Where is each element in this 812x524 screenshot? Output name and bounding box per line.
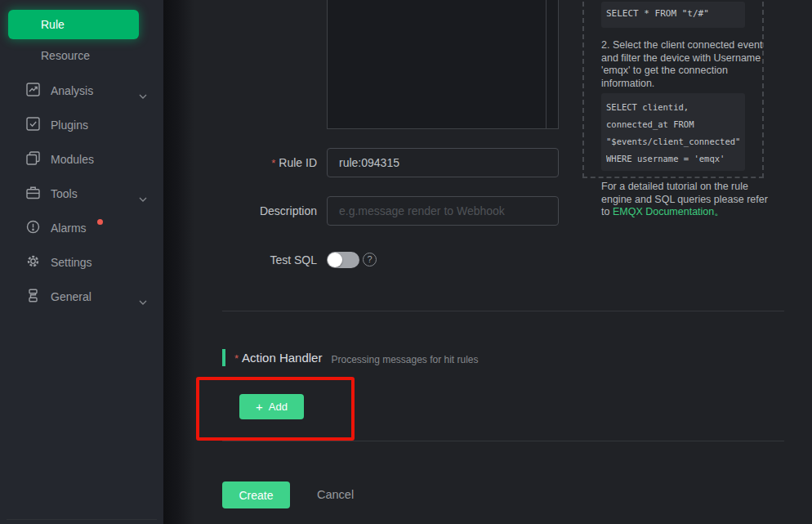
required-mark: * xyxy=(234,352,239,365)
alert-dot xyxy=(97,219,103,225)
sidebar-item-label: Plugins xyxy=(51,119,88,132)
analysis-icon xyxy=(26,83,40,99)
sql-example-1: SELECT * FROM "t/#" xyxy=(601,2,745,28)
code-line: WHERE username = 'emqx' xyxy=(606,150,742,168)
description-input[interactable] xyxy=(327,196,559,226)
sql-editor-scrollbar[interactable] xyxy=(546,0,547,128)
sidebar-item-resource[interactable]: Resource xyxy=(0,39,163,72)
sql-example-2: SELECT clientid, connected_at FROM "$eve… xyxy=(601,93,745,171)
sidebar-bottom-divider xyxy=(7,519,157,520)
sidebar-item-modules[interactable]: Modules xyxy=(0,142,163,176)
action-handler-header: *Action Handler Processing messages for … xyxy=(222,349,479,366)
section-divider xyxy=(222,441,784,441)
gear-icon xyxy=(26,254,40,271)
sidebar: Rule Resource Analysis Plugins xyxy=(0,0,163,524)
sidebar-item-label: Modules xyxy=(51,153,94,166)
help-icon[interactable]: ? xyxy=(363,253,377,266)
rule-id-label: *Rule ID xyxy=(196,156,317,170)
section-divider xyxy=(222,311,784,311)
add-action-button[interactable]: + Add xyxy=(239,394,304,419)
sidebar-item-alarms[interactable]: Alarms xyxy=(0,211,163,244)
sidebar-item-label: Analysis xyxy=(51,84,93,97)
help-step-2-text: 2. Select the client connected event and… xyxy=(601,39,766,90)
code-line: connected_at FROM xyxy=(606,116,742,133)
create-button[interactable]: Create xyxy=(222,481,290,508)
sidebar-shadow xyxy=(163,0,194,524)
tutorial-suffix: 。 xyxy=(714,206,725,217)
sql-editor[interactable] xyxy=(327,0,559,129)
sidebar-item-settings[interactable]: Settings xyxy=(0,245,163,279)
cancel-button[interactable]: Cancel xyxy=(317,488,354,501)
chevron-down-icon xyxy=(139,191,147,204)
required-mark: * xyxy=(271,157,275,169)
toggle-knob xyxy=(328,253,342,267)
test-sql-toggle[interactable] xyxy=(327,252,359,268)
modules-icon xyxy=(26,151,40,168)
test-sql-label: Test SQL xyxy=(196,253,317,267)
sidebar-item-plugins[interactable]: Plugins xyxy=(0,108,163,141)
tutorial-note: For a detailed tutorial on the rule engi… xyxy=(601,181,768,219)
add-button-label: Add xyxy=(269,401,288,413)
documentation-link[interactable]: EMQX Documentation xyxy=(613,206,714,217)
plugins-icon xyxy=(26,117,40,133)
sidebar-item-tools[interactable]: Tools xyxy=(0,177,163,210)
action-handler-hint: Processing messages for hit rules xyxy=(331,354,478,365)
chevron-down-icon xyxy=(139,294,147,307)
chevron-down-icon xyxy=(139,88,147,101)
section-accent-bar xyxy=(222,349,225,366)
sidebar-item-label: Tools xyxy=(51,187,78,200)
sidebar-item-label: General xyxy=(51,290,91,303)
code-line: SELECT clientid, xyxy=(606,99,742,116)
tools-icon xyxy=(26,186,40,202)
plus-icon: + xyxy=(256,400,263,414)
action-handler-title: *Action Handler xyxy=(234,351,322,365)
sidebar-item-rule[interactable]: Rule xyxy=(8,10,139,39)
emqx-dashboard: Rule Resource Analysis Plugins xyxy=(0,0,812,524)
sidebar-item-label: Alarms xyxy=(51,222,87,235)
rule-id-input[interactable] xyxy=(327,148,559,177)
code-line: "$events/client_connected" xyxy=(606,133,742,150)
sidebar-item-analysis[interactable]: Analysis xyxy=(0,74,163,107)
alarm-icon xyxy=(26,220,40,236)
sidebar-item-label: Settings xyxy=(51,256,92,269)
description-label: Description xyxy=(196,204,317,218)
sidebar-item-general[interactable]: General xyxy=(0,280,163,313)
general-icon xyxy=(26,289,40,305)
